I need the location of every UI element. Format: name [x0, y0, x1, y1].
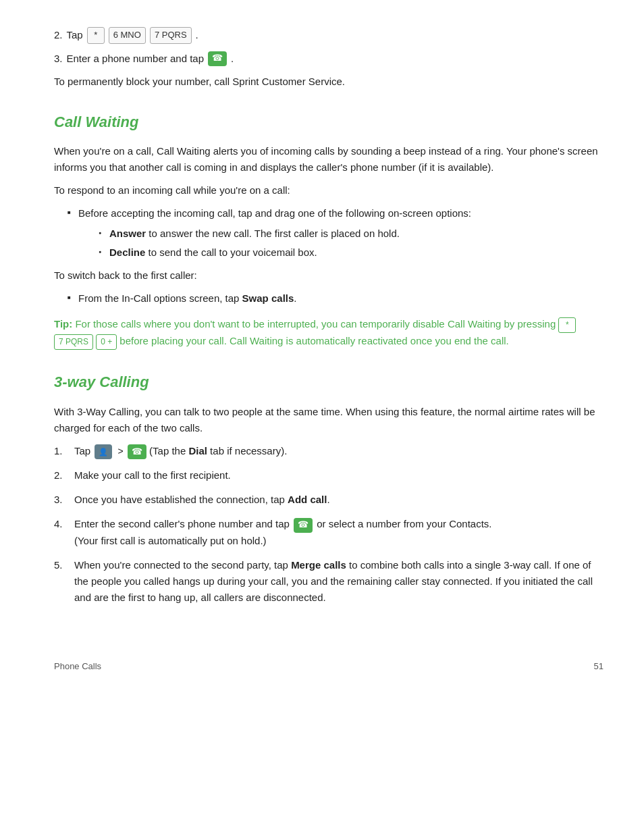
step3-pre: Once you have established the connection… [74, 494, 288, 505]
step1-dial-post: tab if necessary). [207, 445, 287, 457]
decline-text: to send the call to your voicemail box. [145, 246, 317, 258]
page-footer: Phone Calls 51 [54, 660, 603, 674]
swap-bullet-list: From the In-Call options screen, tap Swa… [54, 290, 603, 307]
footer-right: 51 [594, 660, 603, 674]
tip-key-0: 0 + [96, 334, 117, 350]
contacts-icon: 👤 [95, 444, 112, 459]
three-way-heading: 3-way Calling [54, 370, 603, 394]
three-way-intro: With 3-Way Calling, you can talk to two … [54, 404, 603, 436]
arrow-icon: > [118, 446, 124, 457]
three-way-steps: 1. Tap 👤 > ☎ (Tap the Dial tab if necess… [54, 443, 603, 606]
step1-tap: Tap [74, 445, 90, 457]
step1-content: Tap 👤 > ☎ (Tap the Dial tab if necessary… [74, 443, 287, 460]
three-way-step-5: 5. When you're connected to the second p… [54, 557, 603, 606]
call-waiting-heading: Call Waiting [54, 110, 603, 134]
answer-text: to answer the new call. The first caller… [146, 228, 400, 239]
decline-label: Decline [109, 246, 145, 258]
tip-box: Tip: For those calls where you don't wan… [54, 316, 603, 350]
call-waiting-intro: When you're on a call, Call Waiting aler… [54, 143, 603, 176]
step4-sub: (Your first call is automatically put on… [74, 535, 267, 546]
phone-icon-step1: ☎ [128, 444, 146, 459]
step4-post: or select a number from your Contacts. [317, 518, 491, 529]
three-way-step-4: 4. Enter the second caller's phone numbe… [54, 516, 603, 548]
three-way-step-2: 2. Make your call to the first recipient… [54, 467, 603, 484]
three-way-step-3: 3. Once you have established the connect… [54, 492, 603, 508]
step2-num: 2. [54, 467, 69, 484]
step3-bold: Add call [288, 494, 327, 505]
swap-bold: Swap calls [242, 292, 294, 304]
tip-text: For those calls where you don't want to … [72, 318, 558, 330]
step4-pre: Enter the second caller's phone number a… [74, 518, 290, 529]
step-3-num: 3. [54, 51, 63, 67]
step4-content: Enter the second caller's phone number a… [74, 516, 492, 548]
step3-post: . [327, 494, 329, 505]
tip-label: Tip: [54, 318, 72, 330]
three-way-step-1: 1. Tap 👤 > ☎ (Tap the Dial tab if necess… [54, 443, 603, 460]
outer-bullet-1-text: Before accepting the incoming call, tap … [78, 207, 471, 219]
tip-text2: before placing your call. Call Waiting i… [117, 335, 509, 346]
step3-num: 3. [54, 492, 69, 508]
step-2-tap-label: Tap [67, 27, 83, 43]
step-3-text: Enter a phone number and tap [67, 51, 204, 67]
step1-dial-bold: Dial [188, 445, 207, 457]
step2-text: Make your call to the first recipient. [74, 467, 231, 484]
key-star: * [87, 27, 105, 44]
key-7: 7 PQRS [150, 27, 192, 44]
step-2-line: 2. Tap * 6 MNO 7 PQRS . [54, 27, 603, 44]
step5-content: When you're connected to the second part… [74, 557, 603, 606]
swap-pre: From the In-Call options screen, tap [78, 292, 242, 304]
swap-post: . [294, 292, 296, 304]
phone-icon-step4: ☎ [294, 518, 313, 533]
step4-num: 4. [54, 516, 69, 532]
outer-bullet-1: Before accepting the incoming call, tap … [68, 205, 603, 261]
block-note: To permanently block your number, call S… [54, 74, 603, 90]
step5-bold: Merge calls [291, 559, 346, 571]
step-3-line: 3. Enter a phone number and tap ☎ . [54, 51, 603, 67]
step3-content: Once you have established the connection… [74, 492, 330, 508]
answer-label: Answer [109, 228, 146, 239]
footer-left: Phone Calls [54, 660, 101, 674]
inner-bullet-list: Answer to answer the new call. The first… [78, 226, 603, 261]
switch-label: To switch back to the first caller: [54, 267, 603, 284]
respond-label: To respond to an incoming call while you… [54, 182, 603, 199]
step-2-period: . [196, 27, 198, 43]
step-2-num: 2. [54, 27, 63, 43]
key-6: 6 MNO [109, 27, 146, 44]
step5-num: 5. [54, 557, 69, 573]
phone-icon-step3: ☎ [208, 51, 227, 66]
inner-bullet-decline: Decline to send the call to your voicema… [99, 244, 603, 261]
tip-key-7: 7 PQRS [54, 334, 93, 350]
step5-pre: When you're connected to the second part… [74, 559, 291, 571]
tip-key-star: * [558, 317, 576, 333]
step-3-period: . [231, 51, 234, 67]
outer-bullet-list: Before accepting the incoming call, tap … [54, 205, 603, 261]
swap-bullet: From the In-Call options screen, tap Swa… [68, 290, 603, 307]
inner-bullet-answer: Answer to answer the new call. The first… [99, 226, 603, 242]
step1-dial-pre: (Tap the [149, 445, 188, 457]
step1-num: 1. [54, 443, 69, 459]
